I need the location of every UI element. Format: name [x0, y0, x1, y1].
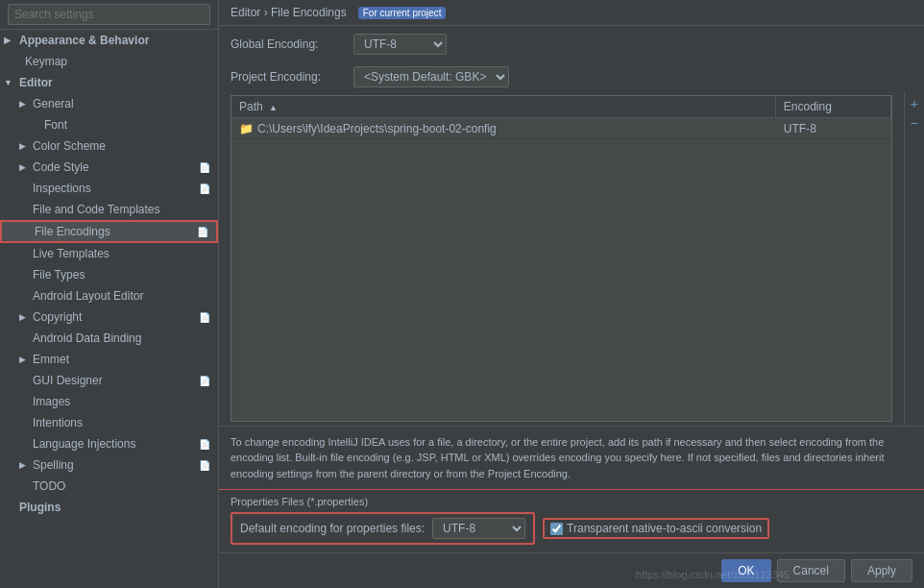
project-encoding-row: Project Encoding: <System Default: GBK> …	[219, 59, 924, 91]
sidebar-item-label: Language Injections	[33, 437, 135, 451]
sidebar-item-file-encodings[interactable]: File Encodings 📄	[0, 220, 218, 243]
project-badge: For current project	[358, 7, 447, 19]
expand-icon: ▶	[19, 312, 31, 322]
path-value: C:\Users\lfy\IdeaProjects\spring-boot-02…	[257, 122, 497, 135]
sidebar-item-label: File and Code Templates	[33, 203, 160, 216]
sidebar-item-label: Android Layout Editor	[33, 289, 143, 303]
sidebar-item-android-layout-editor[interactable]: Android Layout Editor	[0, 285, 218, 306]
sidebar-item-label: General	[33, 97, 74, 110]
global-encoding-row: Global Encoding: UTF-8 GBK ISO-8859-1	[219, 26, 924, 59]
sidebar-item-label: Emmet	[33, 353, 69, 366]
expand-icon: ▶	[19, 99, 31, 109]
default-encoding-row: Default encoding for properties files: U…	[231, 512, 535, 545]
sidebar-item-appearance-behavior[interactable]: ▶ Appearance & Behavior	[0, 30, 218, 51]
page-icon: 📄	[199, 312, 210, 323]
global-encoding-select[interactable]: UTF-8 GBK ISO-8859-1	[353, 34, 447, 55]
page-icon: 📄	[199, 162, 210, 173]
encoding-value: UTF-8	[784, 122, 816, 135]
table-header: Path ▲ Encoding	[231, 96, 891, 118]
sidebar-item-spelling[interactable]: ▶ Spelling 📄	[0, 454, 218, 476]
encoding-cell: UTF-8	[776, 119, 891, 138]
sidebar-item-label: Appearance & Behavior	[19, 34, 149, 47]
sidebar-item-emmet[interactable]: ▶ Emmet	[0, 349, 218, 370]
path-column-header[interactable]: Path ▲	[231, 96, 776, 117]
expand-icon: ▶	[4, 36, 17, 45]
sidebar: ▶ Appearance & Behavior Keymap ▼ Editor …	[0, 0, 219, 588]
default-encoding-select[interactable]: UTF-8 GBK ISO-8859-1	[432, 518, 525, 539]
expand-icon: ▶	[19, 141, 31, 151]
sidebar-item-keymap[interactable]: Keymap	[0, 51, 218, 72]
sidebar-item-color-scheme[interactable]: ▶ Color Scheme	[0, 135, 218, 157]
table-row[interactable]: 📁 C:\Users\lfy\IdeaProjects\spring-boot-…	[231, 118, 891, 139]
add-encoding-button[interactable]: +	[909, 95, 920, 112]
sidebar-item-intentions[interactable]: Intentions	[0, 412, 218, 433]
properties-label: Properties Files (*.properties)	[231, 496, 912, 507]
sidebar-item-label: File Types	[33, 268, 85, 282]
sidebar-item-code-style[interactable]: ▶ Code Style 📄	[0, 157, 218, 178]
path-cell: 📁 C:\Users\lfy\IdeaProjects\spring-boot-…	[231, 119, 776, 138]
sidebar-item-label: Color Scheme	[33, 139, 106, 153]
sidebar-item-label: Code Style	[33, 160, 89, 174]
expand-icon: ▶	[19, 355, 31, 364]
sidebar-item-label: Spelling	[33, 458, 74, 472]
sidebar-item-label: File Encodings	[35, 225, 110, 238]
sidebar-item-copyright[interactable]: ▶ Copyright 📄	[0, 306, 218, 328]
folder-icon: 📁	[239, 122, 254, 135]
content-area: ▶ Appearance & Behavior Keymap ▼ Editor …	[0, 0, 924, 588]
default-encoding-label: Default encoding for properties files:	[240, 522, 425, 535]
remove-encoding-button[interactable]: −	[909, 114, 920, 132]
cancel-button[interactable]: Cancel	[777, 559, 845, 582]
transparent-checkbox-wrapper: Transparent native-to-ascii conversion	[543, 518, 769, 539]
sidebar-item-label: Live Templates	[33, 247, 109, 260]
sidebar-item-todo[interactable]: TODO	[0, 476, 218, 497]
project-encoding-label: Project Encoding:	[231, 70, 346, 84]
info-text: To change encoding IntelliJ IDEA uses fo…	[231, 436, 885, 479]
bottom-buttons: https://blog.csdn.net/zixin112345 OK Can…	[219, 552, 924, 588]
search-bar-container	[0, 0, 218, 30]
sidebar-item-label: Copyright	[33, 310, 82, 324]
transparent-checkbox[interactable]	[550, 523, 563, 535]
encoding-column-header[interactable]: Encoding	[776, 96, 891, 117]
breadcrumb-path: Editor › File Encodings	[231, 6, 347, 19]
apply-button[interactable]: Apply	[851, 559, 912, 582]
sidebar-item-gui-designer[interactable]: GUI Designer 📄	[0, 370, 218, 391]
page-icon: 📄	[199, 439, 210, 450]
sidebar-item-inspections[interactable]: Inspections 📄	[0, 178, 218, 199]
sort-arrow-icon: ▲	[269, 103, 278, 112]
sidebar-item-label: Keymap	[25, 55, 67, 68]
page-icon: 📄	[199, 184, 210, 194]
sidebar-item-general[interactable]: ▶ General	[0, 93, 218, 114]
sidebar-item-label: TODO	[33, 479, 65, 493]
sidebar-item-file-and-code-templates[interactable]: File and Code Templates	[0, 199, 218, 220]
sidebar-item-label: Editor	[19, 76, 53, 89]
sidebar-item-images[interactable]: Images	[0, 391, 218, 412]
global-encoding-label: Global Encoding:	[231, 37, 346, 51]
settings-dialog: ▶ Appearance & Behavior Keymap ▼ Editor …	[0, 0, 924, 588]
sidebar-item-android-data-binding[interactable]: Android Data Binding	[0, 328, 218, 349]
sidebar-item-label: Android Data Binding	[33, 331, 141, 345]
encoding-table: Path ▲ Encoding 📁 C:\Users\l	[231, 95, 892, 422]
table-body: 📁 C:\Users\lfy\IdeaProjects\spring-boot-…	[231, 118, 891, 421]
sidebar-item-label: Plugins	[19, 501, 61, 514]
transparent-label: Transparent native-to-ascii conversion	[567, 522, 762, 535]
sidebar-item-editor[interactable]: ▼ Editor	[0, 72, 218, 93]
sidebar-item-label: Font	[44, 118, 67, 132]
sidebar-item-label: Images	[33, 395, 70, 408]
settings-content: Global Encoding: UTF-8 GBK ISO-8859-1 Pr…	[219, 26, 924, 588]
sidebar-item-language-injections[interactable]: Language Injections 📄	[0, 433, 218, 454]
page-icon: 📄	[199, 376, 210, 386]
ok-button[interactable]: OK	[721, 559, 770, 582]
sidebar-item-live-templates[interactable]: Live Templates	[0, 243, 218, 264]
search-input[interactable]	[8, 4, 210, 25]
project-encoding-select[interactable]: <System Default: GBK> UTF-8 GBK	[353, 66, 509, 87]
sidebar-item-font[interactable]: Font	[0, 114, 218, 135]
sidebar-item-label: Intentions	[33, 416, 83, 429]
page-icon: 📄	[197, 227, 208, 237]
breadcrumb: Editor › File Encodings For current proj…	[219, 0, 924, 26]
page-icon: 📄	[199, 460, 210, 471]
encoding-table-wrapper: Path ▲ Encoding 📁 C:\Users\l	[219, 91, 924, 426]
expand-icon: ▶	[19, 460, 31, 470]
sidebar-item-plugins[interactable]: Plugins	[0, 497, 218, 518]
sidebar-item-file-types[interactable]: File Types	[0, 264, 218, 285]
expand-icon: ▼	[4, 78, 17, 87]
